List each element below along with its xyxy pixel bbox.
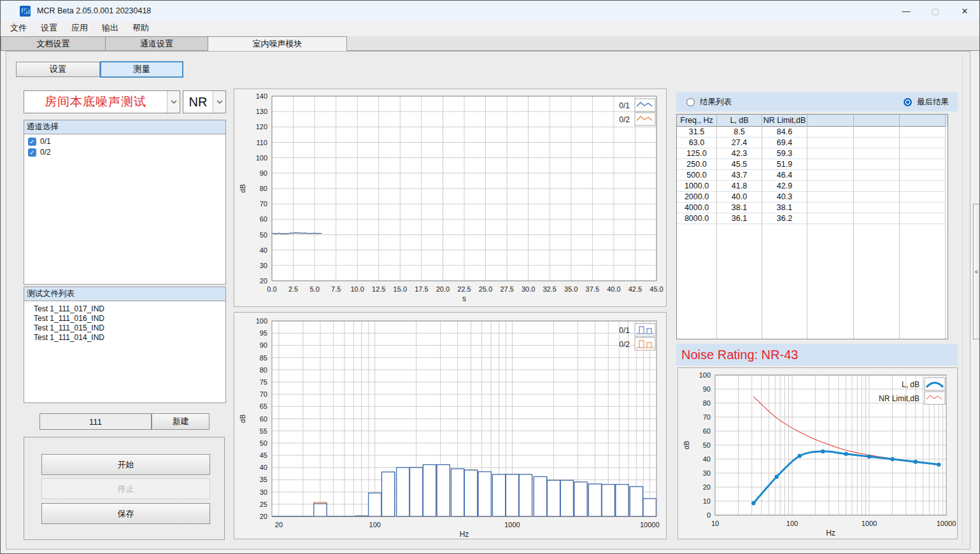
svg-text:12.5: 12.5 bbox=[372, 285, 385, 293]
checkbox-checked-icon[interactable]: ✓ bbox=[28, 138, 36, 146]
table-cell bbox=[807, 138, 854, 148]
table-cell bbox=[854, 311, 900, 322]
table-cell: 84.6 bbox=[762, 127, 807, 138]
svg-text:Hz: Hz bbox=[460, 530, 469, 539]
test-file-item[interactable]: Test 1_111_017_IND bbox=[28, 304, 225, 314]
radio-result-list[interactable]: 结果列表 bbox=[686, 97, 732, 108]
test-file-item[interactable]: Test 1_111_014_IND bbox=[28, 333, 225, 343]
table-cell bbox=[854, 202, 900, 213]
svg-text:10: 10 bbox=[711, 520, 719, 527]
table-cell bbox=[807, 257, 854, 267]
tab-room-noise-module[interactable]: 室内噪声模块 bbox=[208, 36, 347, 51]
new-file-button[interactable]: 新建 bbox=[152, 413, 209, 430]
svg-text:35: 35 bbox=[260, 476, 267, 483]
svg-text:30: 30 bbox=[260, 488, 267, 496]
svg-text:45: 45 bbox=[260, 451, 267, 459]
table-cell bbox=[807, 235, 854, 246]
table-cell bbox=[807, 311, 854, 322]
test-type-combobox[interactable]: 房间本底噪声测试 bbox=[24, 90, 180, 113]
table-cell bbox=[717, 257, 762, 267]
table-cell bbox=[854, 322, 900, 332]
table-cell bbox=[677, 278, 717, 289]
svg-text:Hz: Hz bbox=[826, 529, 835, 537]
table-cell bbox=[807, 159, 854, 170]
table-cell: 125.0 bbox=[677, 148, 717, 159]
start-button[interactable]: 开始 bbox=[41, 454, 210, 475]
radio-checked-icon[interactable] bbox=[904, 98, 912, 106]
table-cell bbox=[854, 181, 900, 192]
table-cell bbox=[854, 289, 900, 300]
tab-settings[interactable]: 设置 bbox=[16, 62, 100, 77]
chevron-down-icon[interactable] bbox=[213, 91, 225, 113]
table-cell bbox=[900, 127, 946, 138]
file-name-input[interactable] bbox=[39, 413, 152, 430]
radio-last-result[interactable]: 最后结果 bbox=[904, 97, 949, 108]
svg-text:60: 60 bbox=[260, 415, 267, 423]
svg-text:1000: 1000 bbox=[862, 520, 877, 527]
collapse-panel-button[interactable]: < bbox=[973, 204, 980, 339]
table-cell: 59.3 bbox=[762, 148, 807, 159]
save-button[interactable]: 保存 bbox=[41, 503, 210, 524]
table-cell bbox=[807, 224, 854, 235]
table-row: 500.043.746.4 bbox=[677, 170, 948, 181]
svg-text:42.5: 42.5 bbox=[628, 285, 642, 293]
svg-text:70: 70 bbox=[260, 200, 267, 208]
table-cell: 8.5 bbox=[717, 127, 762, 138]
channel-item-0/2[interactable]: ✓0/2 bbox=[28, 147, 225, 157]
tab-document-settings[interactable]: 文档设置 bbox=[1, 36, 106, 51]
panel-divider bbox=[962, 54, 963, 546]
menu-item-output[interactable]: 输出 bbox=[95, 21, 125, 35]
chevron-down-icon[interactable] bbox=[167, 91, 180, 113]
close-button[interactable]: ✕ bbox=[950, 1, 979, 21]
checkbox-checked-icon[interactable]: ✓ bbox=[28, 148, 36, 157]
svg-text:NR Limit,dB: NR Limit,dB bbox=[879, 394, 920, 403]
svg-text:30.0: 30.0 bbox=[522, 285, 535, 293]
table-header-row: Freq., HzL, dBNR Limit,dB bbox=[677, 115, 948, 127]
table-cell bbox=[807, 332, 854, 339]
table-cell bbox=[900, 235, 946, 246]
table-cell bbox=[900, 170, 946, 181]
tab-channel-settings[interactable]: 通道设置 bbox=[106, 36, 208, 51]
table-cell: 41.8 bbox=[717, 181, 762, 192]
table-cell: 36.1 bbox=[717, 213, 762, 224]
minimize-button[interactable]: — bbox=[891, 1, 921, 21]
table-cell bbox=[900, 159, 946, 170]
table-cell bbox=[854, 159, 900, 170]
rating-standard-combobox[interactable]: NR bbox=[183, 90, 226, 113]
menu-item-application[interactable]: 应用 bbox=[64, 21, 95, 35]
table-cell bbox=[717, 332, 762, 339]
table-cell bbox=[854, 127, 900, 138]
svg-text:70: 70 bbox=[260, 390, 267, 398]
stop-button[interactable]: 停止 bbox=[41, 478, 210, 499]
tab-measure[interactable]: 测量 bbox=[100, 61, 183, 78]
table-empty-row bbox=[677, 235, 948, 246]
table-cell bbox=[854, 267, 900, 278]
channel-list: ✓0/1✓0/2 bbox=[24, 134, 225, 157]
table-empty-row bbox=[677, 289, 948, 300]
test-file-item[interactable]: Test 1_111_016_IND bbox=[28, 314, 225, 323]
test-file-item[interactable]: Test 1_111_015_IND bbox=[28, 323, 225, 333]
table-cell bbox=[677, 332, 717, 339]
table-cell bbox=[854, 300, 900, 311]
menu-item-help[interactable]: 帮助 bbox=[125, 21, 156, 35]
radio-unchecked-icon[interactable] bbox=[686, 98, 695, 106]
title-bar: MCR Beta 2.05.0.001 20230418 — ▢ ✕ bbox=[1, 1, 979, 21]
table-cell bbox=[762, 278, 807, 289]
table-cell bbox=[807, 148, 854, 159]
table-header-cell bbox=[854, 115, 900, 127]
svg-text:80: 80 bbox=[260, 366, 267, 374]
svg-text:100: 100 bbox=[256, 154, 267, 162]
svg-text:110: 110 bbox=[256, 139, 267, 146]
menu-item-file[interactable]: 文件 bbox=[3, 21, 34, 35]
svg-text:2.5: 2.5 bbox=[288, 285, 298, 293]
channel-item-0/1[interactable]: ✓0/1 bbox=[28, 136, 225, 146]
table-cell bbox=[677, 300, 717, 311]
table-cell bbox=[717, 289, 762, 300]
svg-text:10: 10 bbox=[703, 497, 711, 505]
table-header-cell: Freq., Hz bbox=[677, 115, 717, 127]
menu-item-settings[interactable]: 设置 bbox=[34, 21, 64, 35]
maximize-button[interactable]: ▢ bbox=[921, 1, 950, 21]
table-cell bbox=[900, 300, 946, 311]
svg-text:20: 20 bbox=[275, 521, 283, 529]
table-cell bbox=[807, 246, 854, 257]
